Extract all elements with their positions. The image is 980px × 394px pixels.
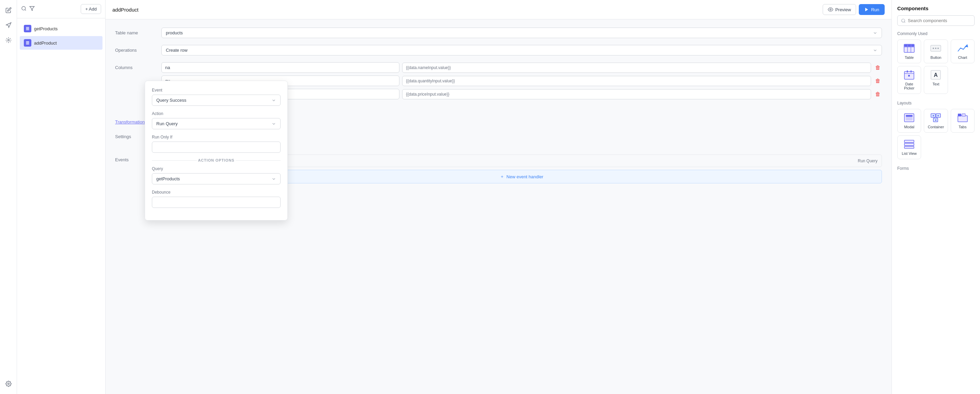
component-container[interactable]: Container (924, 109, 948, 133)
component-text-label: Text (932, 82, 939, 86)
component-table[interactable]: Table (897, 40, 921, 63)
svg-rect-6 (26, 27, 29, 28)
query-icon (24, 25, 31, 32)
col-key-0[interactable] (161, 62, 399, 73)
component-button[interactable]: Button (924, 40, 948, 63)
svg-rect-32 (908, 75, 910, 76)
layouts-grid: Modal Container (897, 109, 975, 159)
component-datepicker-label: Date Picker (900, 82, 919, 90)
query-select[interactable]: getProducts (152, 173, 281, 184)
query-label: Query (152, 166, 281, 171)
svg-point-25 (935, 48, 936, 49)
query-item-getProducts[interactable]: getProducts (20, 22, 102, 35)
table-name-label: Table name (115, 27, 156, 35)
main-content: addProduct Preview Run Table name produc… (105, 0, 891, 394)
delete-col-1[interactable]: 🗑 (874, 77, 882, 85)
run-only-if-field: Run Only If (152, 135, 281, 153)
event-handler-dropdown: Event Query Success Action Run Query Run… (145, 81, 288, 221)
svg-point-14 (902, 19, 905, 22)
preview-button[interactable]: Preview (822, 4, 856, 15)
commonly-used-grid: Table Button Chart (897, 40, 975, 94)
search-icon[interactable] (21, 6, 27, 12)
queries-toolbar: + Add (17, 0, 105, 18)
preview-label: Preview (835, 7, 851, 12)
debounce-input[interactable] (152, 197, 281, 208)
component-text[interactable]: A Text (924, 66, 948, 94)
queries-list: getProducts addProduct (17, 18, 105, 53)
layouts-header: Layouts (897, 101, 975, 105)
svg-rect-11 (26, 44, 29, 44)
component-tabs[interactable]: Tabs (951, 109, 975, 133)
svg-rect-49 (904, 146, 914, 148)
component-chart[interactable]: Chart (951, 40, 975, 63)
svg-point-41 (933, 115, 934, 116)
svg-point-2 (8, 383, 9, 385)
editor-icon[interactable] (2, 4, 14, 16)
svg-rect-22 (911, 44, 914, 47)
query-field: Query getProducts (152, 166, 281, 184)
header-actions: Preview Run (822, 4, 885, 15)
svg-rect-44 (958, 116, 967, 122)
svg-rect-45 (958, 114, 961, 116)
component-chart-label: Chart (958, 56, 967, 60)
spark-icon[interactable] (2, 34, 14, 46)
svg-line-15 (904, 21, 905, 22)
svg-point-42 (937, 115, 939, 116)
svg-rect-10 (26, 43, 29, 43)
query-item-addProduct[interactable]: addProduct (20, 36, 102, 50)
svg-rect-8 (26, 30, 29, 30)
svg-point-1 (8, 40, 9, 41)
new-event-label: New event handler (506, 174, 543, 179)
svg-rect-30 (907, 70, 908, 73)
add-button[interactable]: + Add (81, 4, 101, 14)
component-listview-label: List View (902, 151, 917, 156)
modal-icon (903, 113, 915, 123)
event-value: Query Success (156, 98, 186, 103)
svg-text:A: A (934, 72, 938, 78)
operations-select[interactable]: Create row (161, 45, 882, 56)
column-row-0: 🗑 (161, 62, 882, 73)
run-only-if-label: Run Only If (152, 135, 281, 140)
button-icon (930, 43, 942, 53)
component-modal[interactable]: Modal (897, 109, 921, 133)
svg-rect-47 (904, 140, 914, 143)
component-table-label: Table (905, 56, 913, 60)
event-select[interactable]: Query Success (152, 95, 281, 106)
debounce-field: Debounce (152, 190, 281, 208)
col-value-0[interactable] (402, 63, 871, 73)
operations-control: Create row (161, 45, 882, 56)
col-value-1[interactable] (402, 76, 871, 86)
svg-rect-37 (906, 115, 913, 117)
svg-point-24 (933, 48, 934, 49)
settings-icon[interactable] (2, 378, 14, 390)
tabs-icon (956, 113, 969, 123)
table-name-select[interactable]: products (161, 27, 882, 38)
event-label: Event (152, 88, 281, 92)
svg-point-3 (22, 6, 25, 10)
event-action-0: Run Query (858, 159, 878, 163)
component-datepicker[interactable]: Date Picker (897, 66, 921, 94)
event-field: Event Query Success (152, 88, 281, 106)
run-only-if-input[interactable] (152, 141, 281, 153)
flag-icon[interactable] (2, 19, 14, 31)
components-panel-title: Components (897, 5, 975, 11)
component-container-label: Container (928, 125, 944, 129)
left-sidebar (0, 0, 17, 394)
component-listview[interactable]: List View (897, 135, 921, 159)
run-button[interactable]: Run (859, 4, 885, 15)
run-label: Run (871, 7, 879, 12)
filter-icon[interactable] (29, 6, 35, 12)
columns-label: Columns (115, 62, 156, 70)
delete-col-2[interactable]: 🗑 (874, 91, 882, 98)
svg-point-26 (937, 48, 939, 49)
action-select[interactable]: Run Query (152, 118, 281, 129)
svg-rect-7 (26, 28, 29, 29)
search-input[interactable] (908, 18, 971, 23)
plus-icon: ＋ (500, 173, 504, 180)
operations-row: Operations Create row (115, 45, 882, 56)
delete-col-0[interactable]: 🗑 (874, 64, 882, 71)
action-field: Action Run Query (152, 111, 281, 129)
forms-header: Forms (897, 166, 975, 171)
col-value-2[interactable] (402, 89, 871, 99)
action-options-header: ACTION OPTIONS (152, 158, 281, 162)
